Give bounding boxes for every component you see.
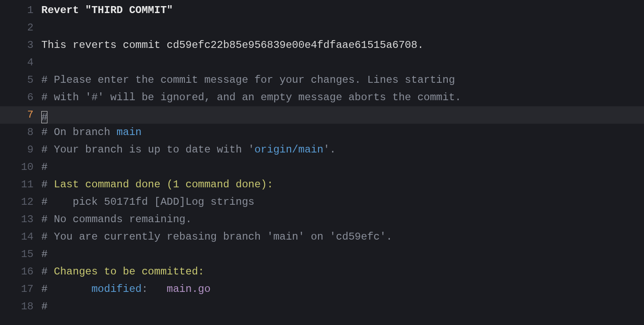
editor-line[interactable]: 2 — [0, 19, 644, 37]
comment-text: # No commands remaining. — [41, 213, 192, 225]
changed-file: main.go — [167, 283, 211, 295]
editor-line[interactable]: 17 # modified: main.go — [0, 281, 644, 298]
branch-name: main — [117, 126, 142, 138]
remote-branch-name: origin/main — [255, 144, 323, 156]
line-number: 4 — [0, 54, 41, 71]
comment-text: # with '#' will be ignored, and an empty… — [41, 91, 461, 103]
line-number: 7 — [0, 106, 41, 124]
line-content: # — [41, 246, 644, 263]
line-number: 17 — [0, 281, 41, 298]
editor-line[interactable]: 1 Revert "THIRD COMMIT" — [0, 2, 644, 19]
line-content: # Your branch is up to date with 'origin… — [41, 141, 644, 159]
code-editor[interactable]: 1 Revert "THIRD COMMIT" 2 3 This reverts… — [0, 2, 644, 325]
editor-line[interactable]: 5 # Please enter the commit message for … — [0, 71, 644, 89]
section-header: Changes to be committed: — [54, 266, 205, 278]
line-number: 1 — [0, 2, 41, 19]
editor-line[interactable]: 13 # No commands remaining. — [0, 211, 644, 228]
editor-line[interactable]: 6 # with '#' will be ignored, and an emp… — [0, 89, 644, 106]
line-content: # modified: main.go — [41, 281, 644, 298]
line-number: 14 — [0, 228, 41, 246]
line-content: Revert "THIRD COMMIT" — [41, 2, 644, 19]
editor-line[interactable]: 4 — [0, 54, 644, 71]
editor-line[interactable]: 14 # You are currently rebasing branch '… — [0, 228, 644, 246]
comment-text: # Please enter the commit message for yo… — [41, 74, 455, 86]
commit-subject: Revert "THIRD COMMIT" — [41, 4, 173, 16]
commit-body: This reverts commit cd59efc22b85e956839e… — [41, 39, 424, 51]
line-content: # pick 50171fd [ADD]Log strings — [41, 193, 644, 211]
comment-text: # — [41, 161, 47, 173]
line-content — [41, 106, 644, 124]
comment-text: # — [41, 301, 47, 312]
line-content: This reverts commit cd59efc22b85e956839e… — [41, 37, 644, 54]
line-number: 2 — [0, 19, 41, 37]
editor-line[interactable]: 16 # Changes to be committed: — [0, 263, 644, 281]
line-number: 11 — [0, 176, 41, 193]
comment-text: # — [41, 248, 47, 260]
editor-line[interactable]: 9 # Your branch is up to date with 'orig… — [0, 141, 644, 159]
line-number: 5 — [0, 71, 41, 89]
line-number: 16 — [0, 263, 41, 281]
line-content: # Changes to be committed: — [41, 263, 644, 281]
cursor-icon — [41, 111, 47, 123]
line-content: # On branch main — [41, 124, 644, 141]
line-number: 10 — [0, 159, 41, 176]
line-content: # — [41, 298, 644, 315]
comment-text: # Your branch is up to date with ' — [41, 144, 255, 156]
comment-text: # pick 50171fd [ADD]Log strings — [41, 196, 255, 208]
editor-line[interactable]: 15 # — [0, 246, 644, 263]
editor-line[interactable]: 3 This reverts commit cd59efc22b85e95683… — [0, 37, 644, 54]
section-header: Last command done (1 command done): — [54, 179, 273, 190]
editor-line[interactable]: 8 # On branch main — [0, 124, 644, 141]
line-content: # — [41, 159, 644, 176]
line-content: # Please enter the commit message for yo… — [41, 71, 644, 89]
line-number: 6 — [0, 89, 41, 106]
comment-text: # On branch — [41, 126, 117, 138]
editor-line-current[interactable]: 7 — [0, 106, 644, 124]
line-number: 9 — [0, 141, 41, 159]
line-content: # You are currently rebasing branch 'mai… — [41, 228, 644, 246]
editor-line[interactable]: 11 # Last command done (1 command done): — [0, 176, 644, 193]
editor-line[interactable]: 10 # — [0, 159, 644, 176]
line-content: # with '#' will be ignored, and an empty… — [41, 89, 644, 106]
line-number: 12 — [0, 193, 41, 211]
editor-line[interactable]: 18 # — [0, 298, 644, 315]
line-number: 18 — [0, 298, 41, 315]
line-content: # Last command done (1 command done): — [41, 176, 644, 193]
line-content: # No commands remaining. — [41, 211, 644, 228]
line-number: 3 — [0, 37, 41, 54]
change-type: modified — [91, 283, 141, 295]
editor-line[interactable]: 12 # pick 50171fd [ADD]Log strings — [0, 193, 644, 211]
line-number: 13 — [0, 211, 41, 228]
line-number: 8 — [0, 124, 41, 141]
line-number: 15 — [0, 246, 41, 263]
comment-text: # You are currently rebasing branch 'mai… — [41, 231, 392, 243]
